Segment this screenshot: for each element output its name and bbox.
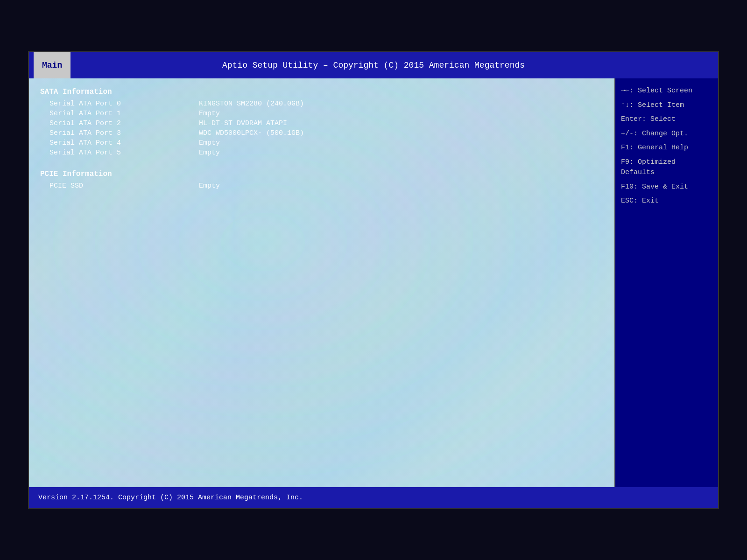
sata-port-5-label: Serial ATA Port 5 <box>40 149 199 157</box>
help-f1: F1: General Help <box>621 143 712 154</box>
bios-window: Main Aptio Setup Utility – Copyright (C)… <box>28 51 719 509</box>
sata-port-4-label: Serial ATA Port 4 <box>40 139 199 147</box>
sata-port-3-label: Serial ATA Port 3 <box>40 129 199 137</box>
pcie-ssd-row: PCIE SSD Empty <box>40 182 603 190</box>
help-panel: →←: Select Screen ↑↓: Select Item Enter:… <box>615 78 718 487</box>
main-panel: SATA Information Serial ATA Port 0 KINGS… <box>29 78 615 487</box>
sata-port-1-row: Serial ATA Port 1 Empty <box>40 110 603 118</box>
sata-port-1-value: Empty <box>199 110 220 118</box>
help-select-item: ↑↓: Select Item <box>621 100 712 111</box>
help-enter: Enter: Select <box>621 114 712 125</box>
sata-port-0-value: KINGSTON SM2280 (240.0GB) <box>199 100 304 108</box>
help-change: +/-: Change Opt. <box>621 129 712 140</box>
pcie-section: PCIE Information PCIE SSD Empty <box>40 170 603 190</box>
status-text: Version 2.17.1254. Copyright (C) 2015 Am… <box>38 494 303 502</box>
sata-port-0-label: Serial ATA Port 0 <box>40 100 199 108</box>
help-select-screen: →←: Select Screen <box>621 86 712 97</box>
sata-port-5-row: Serial ATA Port 5 Empty <box>40 149 603 157</box>
tab-main[interactable]: Main <box>34 52 70 78</box>
header-title: Aptio Setup Utility – Copyright (C) 2015… <box>222 61 525 70</box>
content-area: SATA Information Serial ATA Port 0 KINGS… <box>29 78 718 487</box>
sata-port-1-label: Serial ATA Port 1 <box>40 110 199 118</box>
help-esc: ESC: Exit <box>621 196 712 207</box>
sata-port-0-row: Serial ATA Port 0 KINGSTON SM2280 (240.0… <box>40 100 603 108</box>
help-f10: F10: Save & Exit <box>621 182 712 193</box>
help-f9: F9: Optimized Defaults <box>621 157 712 178</box>
pcie-header: PCIE Information <box>40 170 603 178</box>
sata-port-3-row: Serial ATA Port 3 WDC WD5000LPCX- (500.1… <box>40 129 603 137</box>
pcie-ssd-label: PCIE SSD <box>40 182 199 190</box>
sata-port-2-value: HL-DT-ST DVDRAM ATAPI <box>199 119 287 127</box>
sata-port-5-value: Empty <box>199 149 220 157</box>
sata-port-2-row: Serial ATA Port 2 HL-DT-ST DVDRAM ATAPI <box>40 119 603 127</box>
sata-port-4-value: Empty <box>199 139 220 147</box>
sata-port-2-label: Serial ATA Port 2 <box>40 119 199 127</box>
sata-section: SATA Information Serial ATA Port 0 KINGS… <box>40 88 603 157</box>
header-bar: Main Aptio Setup Utility – Copyright (C)… <box>29 52 718 78</box>
pcie-ssd-value: Empty <box>199 182 220 190</box>
sata-port-4-row: Serial ATA Port 4 Empty <box>40 139 603 147</box>
sata-header: SATA Information <box>40 88 603 96</box>
sata-port-3-value: WDC WD5000LPCX- (500.1GB) <box>199 129 304 137</box>
status-bar: Version 2.17.1254. Copyright (C) 2015 Am… <box>29 487 718 508</box>
